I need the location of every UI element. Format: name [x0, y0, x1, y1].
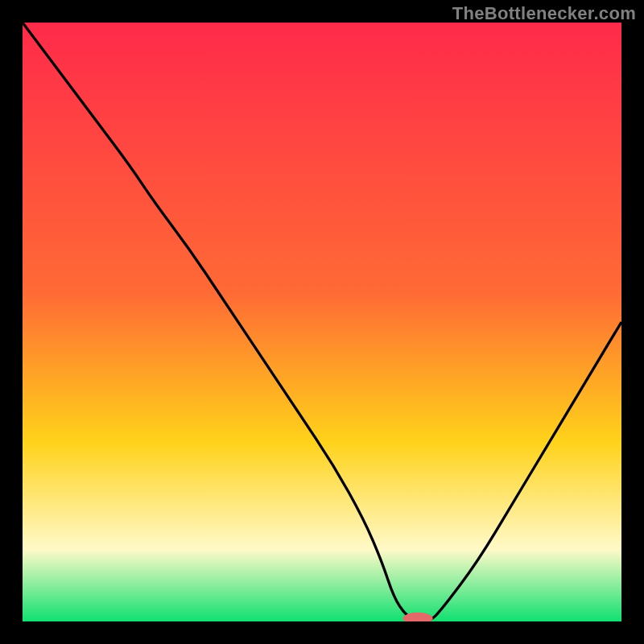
- attribution-text: TheBottlenecker.com: [452, 3, 636, 24]
- bottleneck-chart: [23, 23, 621, 621]
- gradient-background: [23, 23, 621, 621]
- plot-area: [23, 23, 621, 621]
- chart-frame: TheBottlenecker.com: [0, 0, 644, 644]
